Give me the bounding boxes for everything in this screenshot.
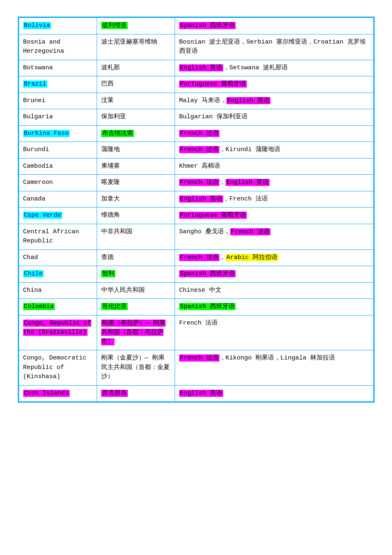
country-name-zh: 库克群岛 bbox=[101, 390, 128, 397]
language-tag: Portuguese 葡萄牙语 bbox=[179, 212, 247, 219]
country-languages: English 英语，Setswana 波札那语 bbox=[175, 60, 373, 76]
table-row: Burkina Faso布吉纳法索French 法语 bbox=[19, 125, 373, 142]
country-name-zh: 玻利维亚 bbox=[101, 22, 128, 29]
country-languages: French 法语 bbox=[175, 315, 373, 350]
table-row: Central African Republic中非共和国Sangho 桑戈语，… bbox=[19, 224, 373, 249]
country-name-en: Congo, Republic of the (Brazzaville) bbox=[23, 320, 91, 336]
country-name-en: Cook Islands bbox=[23, 390, 70, 397]
country-chinese: 查德 bbox=[97, 249, 175, 266]
country-chinese: 刚果（金夏沙）— 刚果民主共和国（首都：金夏沙） bbox=[97, 350, 175, 386]
country-languages: Chinese 中文 bbox=[175, 282, 373, 299]
country-name-en: Cape Verde bbox=[23, 212, 62, 219]
country-english: Bolivia bbox=[19, 18, 97, 34]
language-tag: French 法语 bbox=[179, 146, 219, 153]
language-tag: French 法语 bbox=[230, 228, 270, 235]
country-languages: Portuguese 葡萄牙语 bbox=[175, 76, 373, 93]
country-english: Canada bbox=[19, 191, 97, 208]
country-name-en: Burkina Faso bbox=[23, 130, 70, 137]
table-row: Cook Islands库克群岛English 英语 bbox=[19, 385, 373, 402]
table-row: Bosnia and Herzegovina波士尼亚赫塞哥维纳Bosnian 波… bbox=[19, 34, 373, 60]
country-languages: Bosnian 波士尼亚语，Serbian 塞尔维亚语，Croatian 克罗埃… bbox=[175, 34, 373, 60]
country-name-zh: 智利 bbox=[101, 270, 115, 277]
country-name-zh: 哥伦比亚 bbox=[101, 303, 128, 310]
country-languages: Khmer 高棉语 bbox=[175, 158, 373, 175]
language-tag: Portuguese 葡萄牙语 bbox=[179, 81, 247, 88]
country-chinese: 蒲隆地 bbox=[97, 142, 175, 159]
language-tag: English 英语 bbox=[226, 97, 270, 104]
language-tag: French 法语 bbox=[179, 179, 219, 186]
table-row: Canada加拿大English 英语，French 法语 bbox=[19, 191, 373, 208]
language-tag: French 法语 bbox=[179, 130, 219, 137]
country-name-en: Chile bbox=[23, 270, 44, 277]
language-tag: English 英语 bbox=[179, 196, 223, 203]
table-row: Burundi蒲隆地French 法语，Kirundi 蒲隆地语 bbox=[19, 142, 373, 159]
country-languages: French 法语，Kirundi 蒲隆地语 bbox=[175, 142, 373, 159]
country-chinese: 哥伦比亚 bbox=[97, 299, 175, 315]
country-english: Brunei bbox=[19, 93, 97, 109]
country-languages: French 法语，English 英语 bbox=[175, 175, 373, 191]
table-row: Bolivia玻利维亚Spanish 西班牙语 bbox=[19, 18, 373, 34]
language-tag: English 英语 bbox=[226, 179, 270, 186]
country-languages: French 法语，Kikongo 刚果语，Lingala 林加拉语 bbox=[175, 350, 373, 386]
country-english: Brazil bbox=[19, 76, 97, 93]
country-chinese: 柬埔寨 bbox=[97, 158, 175, 175]
table-row: Cambodia柬埔寨Khmer 高棉语 bbox=[19, 158, 373, 175]
country-english: Bulgaria bbox=[19, 109, 97, 126]
country-name-en: Colombia bbox=[23, 303, 55, 310]
table-row: Brunei汶莱Malay 马来语，English 英语 bbox=[19, 93, 373, 109]
country-languages: Spanish 西班牙语 bbox=[175, 266, 373, 283]
country-english: Botswana bbox=[19, 60, 97, 76]
table-row: Congo, Republic of the (Brazzaville)刚果（布… bbox=[19, 315, 373, 350]
country-chinese: 库克群岛 bbox=[97, 385, 175, 402]
country-english: Colombia bbox=[19, 299, 97, 315]
country-english: Chile bbox=[19, 266, 97, 283]
table-row: Colombia哥伦比亚Spanish 西班牙语 bbox=[19, 299, 373, 315]
country-chinese: 巴西 bbox=[97, 76, 175, 93]
country-chinese: 中华人民共和国 bbox=[97, 282, 175, 299]
country-english: Burundi bbox=[19, 142, 97, 159]
country-english: Chad bbox=[19, 249, 97, 266]
country-name-zh: 布吉纳法索 bbox=[101, 130, 134, 137]
country-chinese: 保加利亚 bbox=[97, 109, 175, 126]
country-english: Congo, Democratic Republic of (Kinshasa) bbox=[19, 350, 97, 386]
country-languages: Sangho 桑戈语，French 法语 bbox=[175, 224, 373, 249]
country-languages: French 法语，Arabic 阿拉伯语 bbox=[175, 249, 373, 266]
country-chinese: 喀麦隆 bbox=[97, 175, 175, 191]
country-chinese: 中非共和国 bbox=[97, 224, 175, 249]
country-english: Burkina Faso bbox=[19, 125, 97, 142]
language-tag: English 英语 bbox=[179, 390, 223, 397]
language-tag: French 法语 bbox=[179, 254, 219, 261]
country-languages: French 法语 bbox=[175, 125, 373, 142]
country-english: Cape Verde bbox=[19, 208, 97, 224]
table-row: Cape Verde维德角Portuguese 葡萄牙语 bbox=[19, 208, 373, 224]
table-row: Brazil巴西Portuguese 葡萄牙语 bbox=[19, 76, 373, 93]
country-languages: Spanish 西班牙语 bbox=[175, 299, 373, 315]
table-row: Chile智利Spanish 西班牙语 bbox=[19, 266, 373, 283]
table-row: Cameroon喀麦隆French 法语，English 英语 bbox=[19, 175, 373, 191]
countries-table: Bolivia玻利维亚Spanish 西班牙语Bosnia and Herzeg… bbox=[19, 17, 374, 402]
language-tag: Spanish 西班牙语 bbox=[179, 303, 236, 310]
country-english: Cameroon bbox=[19, 175, 97, 191]
table-row: Bulgaria保加利亚Bulgarian 保加利亚语 bbox=[19, 109, 373, 126]
country-english: Central African Republic bbox=[19, 224, 97, 249]
country-languages: Portuguese 葡萄牙语 bbox=[175, 208, 373, 224]
country-languages: English 英语，French 法语 bbox=[175, 191, 373, 208]
country-english: Cook Islands bbox=[19, 385, 97, 402]
country-chinese: 波札那 bbox=[97, 60, 175, 76]
table-row: Chad查德French 法语，Arabic 阿拉伯语 bbox=[19, 249, 373, 266]
main-table-container: Bolivia玻利维亚Spanish 西班牙语Bosnia and Herzeg… bbox=[18, 17, 375, 403]
country-name-en: Brazil bbox=[23, 81, 47, 88]
country-chinese: 加拿大 bbox=[97, 191, 175, 208]
country-chinese: 智利 bbox=[97, 266, 175, 283]
language-tag: Spanish 西班牙语 bbox=[179, 270, 236, 277]
country-languages: English 英语 bbox=[175, 385, 373, 402]
country-english: Bosnia and Herzegovina bbox=[19, 34, 97, 60]
country-name-en: Bolivia bbox=[23, 22, 51, 29]
country-languages: Malay 马来语，English 英语 bbox=[175, 93, 373, 109]
language-tag: English 英语 bbox=[179, 64, 223, 71]
language-tag: French 法语 bbox=[179, 355, 219, 362]
country-chinese: 布吉纳法索 bbox=[97, 125, 175, 142]
table-row: Botswana波札那English 英语，Setswana 波札那语 bbox=[19, 60, 373, 76]
country-chinese: 维德角 bbox=[97, 208, 175, 224]
country-chinese: 刚果（布拉萨）— 刚果共和国（首都：布拉萨市） bbox=[97, 315, 175, 350]
